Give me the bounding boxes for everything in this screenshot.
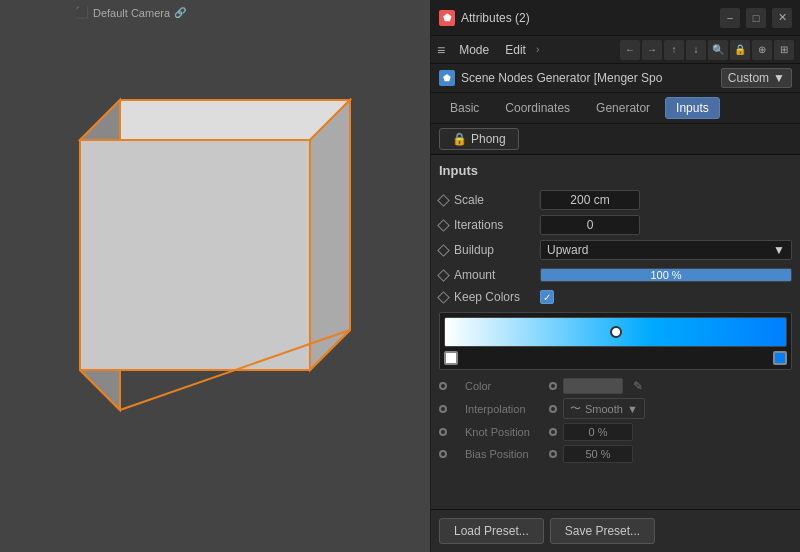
scale-label: Scale — [454, 193, 534, 207]
bias-indicator-icon — [549, 450, 557, 458]
gradient-stop-blue[interactable] — [773, 351, 787, 365]
keep-colors-row: Keep Colors ✓ — [439, 290, 792, 304]
attributes-panel: ⬟ Attributes (2) − □ ✕ ≡ Mode Edit › ← →… — [430, 0, 800, 552]
scale-input[interactable] — [540, 190, 640, 210]
nav-down-button[interactable]: ↓ — [686, 40, 706, 60]
buildup-value: Upward — [547, 243, 588, 257]
scale-diamond-icon — [437, 194, 450, 207]
generator-row: ⬟ Scene Nodes Generator [Menger Spo Cust… — [431, 64, 800, 93]
knot-position-row: Knot Position — [439, 423, 792, 441]
scale-row: Scale — [439, 190, 792, 210]
viewport[interactable]: ⬛ Default Camera 🔗 — [0, 0, 430, 552]
gradient-editor[interactable] — [439, 312, 792, 370]
iterations-input[interactable] — [540, 215, 640, 235]
color-indicator-icon — [549, 382, 557, 390]
buildup-dropdown-arrow: ▼ — [773, 243, 785, 257]
color-swatch[interactable] — [563, 378, 623, 394]
preset-value: Custom — [728, 71, 769, 85]
tab-inputs[interactable]: Inputs — [665, 97, 720, 119]
amount-row: Amount 100 % — [439, 265, 792, 285]
menu-breadcrumb-arrow: › — [536, 44, 539, 55]
maximize-button[interactable]: □ — [746, 8, 766, 28]
tab-generator[interactable]: Generator — [585, 97, 661, 119]
buildup-label: Buildup — [454, 243, 534, 257]
iterations-label: Iterations — [454, 218, 534, 232]
gradient-bar-container[interactable] — [444, 317, 787, 347]
camera-label: ⬛ Default Camera 🔗 — [75, 6, 186, 19]
window-controls: − □ ✕ — [720, 8, 792, 28]
buildup-row: Buildup Upward ▼ — [439, 240, 792, 260]
svg-marker-2 — [80, 140, 310, 370]
generator-icon: ⬟ — [439, 70, 455, 86]
color-circle-icon — [439, 382, 447, 390]
bias-position-input[interactable] — [563, 445, 633, 463]
save-preset-button[interactable]: Save Preset... — [550, 518, 655, 544]
preset-dropdown[interactable]: Custom ▼ — [721, 68, 792, 88]
svg-marker-3 — [310, 100, 350, 370]
lock-button[interactable]: 🔒 — [730, 40, 750, 60]
tabs-bar: Basic Coordinates Generator Inputs — [431, 93, 800, 124]
camera-link-icon: 🔗 — [174, 7, 186, 18]
gradient-bar[interactable] — [444, 317, 787, 347]
color-label: Color — [453, 380, 543, 392]
amount-slider[interactable]: 100 % — [540, 265, 792, 285]
phong-button[interactable]: 🔒 Phong — [439, 128, 519, 150]
interpolation-dropdown[interactable]: 〜 Smooth ▼ — [563, 398, 645, 419]
amount-diamond-icon — [437, 269, 450, 282]
minimize-button[interactable]: − — [720, 8, 740, 28]
interpolation-row: Interpolation 〜 Smooth ▼ — [439, 398, 792, 419]
keep-colors-checkbox[interactable]: ✓ — [540, 290, 554, 304]
keep-colors-diamond-icon — [437, 291, 450, 304]
close-button[interactable]: ✕ — [772, 8, 792, 28]
dropdown-arrow-icon: ▼ — [773, 71, 785, 85]
tab-basic[interactable]: Basic — [439, 97, 490, 119]
iterations-row: Iterations — [439, 215, 792, 235]
phong-row: 🔒 Phong — [431, 124, 800, 155]
add-button[interactable]: ⊕ — [752, 40, 772, 60]
bias-circle-icon — [439, 450, 447, 458]
titlebar: ⬟ Attributes (2) − □ ✕ — [431, 0, 800, 36]
gradient-stop-white[interactable] — [444, 351, 458, 365]
knot-circle-icon — [439, 428, 447, 436]
color-picker-button[interactable]: ✎ — [629, 379, 647, 393]
interpolation-curve-icon: 〜 — [570, 401, 581, 416]
knot-position-label: Knot Position — [453, 426, 543, 438]
load-preset-button[interactable]: Load Preset... — [439, 518, 544, 544]
buildup-dropdown[interactable]: Upward ▼ — [540, 240, 792, 260]
footer: Load Preset... Save Preset... — [431, 509, 800, 552]
interpolation-label: Interpolation — [453, 403, 543, 415]
external-link-button[interactable]: ⊞ — [774, 40, 794, 60]
interpolation-circle-icon — [439, 405, 447, 413]
amount-slider-fill — [541, 269, 791, 281]
interpolation-value: Smooth — [585, 403, 623, 415]
mode-menu[interactable]: Mode — [453, 41, 495, 59]
inputs-section-title: Inputs — [439, 163, 792, 182]
nav-up-button[interactable]: ↑ — [664, 40, 684, 60]
gradient-handle[interactable] — [610, 326, 622, 338]
panel-icon: ⬟ — [439, 10, 455, 26]
edit-menu[interactable]: Edit — [499, 41, 532, 59]
cube-3d — [30, 60, 360, 440]
amount-label: Amount — [454, 268, 534, 282]
nav-forward-button[interactable]: → — [642, 40, 662, 60]
bias-position-row: Bias Position — [439, 445, 792, 463]
bias-position-label: Bias Position — [453, 448, 543, 460]
search-button[interactable]: 🔍 — [708, 40, 728, 60]
phong-label: Phong — [471, 132, 506, 146]
generator-name: Scene Nodes Generator [Menger Spo — [461, 71, 715, 85]
keep-colors-label: Keep Colors — [454, 290, 534, 304]
phong-lock-icon: 🔒 — [452, 132, 467, 146]
hamburger-icon[interactable]: ≡ — [437, 42, 445, 58]
buildup-diamond-icon — [437, 244, 450, 257]
panel-title: Attributes (2) — [461, 11, 720, 25]
content-area: Inputs Scale Iterations Buildup Upward ▼… — [431, 155, 800, 509]
interpolation-indicator-icon — [549, 405, 557, 413]
menubar: ≡ Mode Edit › ← → ↑ ↓ 🔍 🔒 ⊕ ⊞ — [431, 36, 800, 64]
knot-indicator-icon — [549, 428, 557, 436]
gradient-stops — [444, 351, 787, 365]
knot-position-input[interactable] — [563, 423, 633, 441]
nav-back-button[interactable]: ← — [620, 40, 640, 60]
iterations-diamond-icon — [437, 219, 450, 232]
navigation-controls: ← → ↑ ↓ 🔍 🔒 ⊕ ⊞ — [620, 40, 794, 60]
tab-coordinates[interactable]: Coordinates — [494, 97, 581, 119]
